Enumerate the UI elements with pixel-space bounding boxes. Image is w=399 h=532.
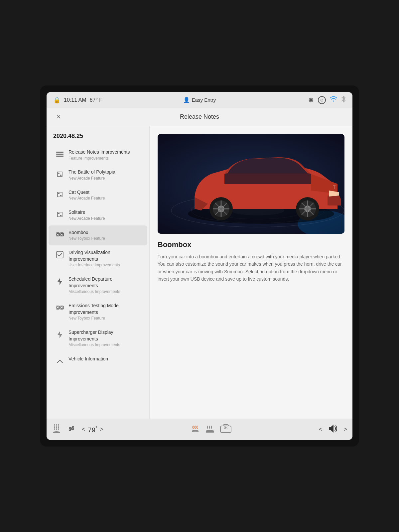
rear-seat-heat-icon[interactable] [205,423,214,436]
car-image: T [158,134,344,234]
sidebar-item-driving-viz[interactable]: Driving Visualization Improvements User … [49,245,147,272]
game-icon-1 [55,170,65,179]
bolt-icon-2 [55,330,65,339]
sidebar-item-title: Boombox [68,229,141,236]
sidebar-item-release-notes[interactable]: Release Notes Improvements Feature Impro… [49,145,147,165]
brightness-icon[interactable]: ✺ [308,96,314,104]
tesla-screen: 🔒 10:11 AM 67° F 👤 Easy Entry ✺ ⊙ [47,92,352,440]
bottom-bar: < 79° > [47,419,352,440]
car-svg: T [158,134,344,234]
main-content: 2020.48.25 Release Notes Improvements Fe… [47,126,352,419]
lock-icon: 🔒 [53,96,61,104]
sidebar-item-subtitle: Feature Improvements [68,156,141,161]
sidebar-item-text: Release Notes Improvements Feature Impro… [68,149,141,161]
status-bar: 🔒 10:11 AM 67° F 👤 Easy Entry ✺ ⊙ [47,92,352,108]
game-icon-2 [55,190,65,199]
svg-point-8 [60,215,62,216]
sidebar-item-subtitle: New Toybox Feature [68,236,141,241]
status-bar-left: 🔒 10:11 AM 67° F [53,96,148,104]
svg-text:T: T [333,185,336,190]
svg-point-5 [58,193,60,194]
sidebar-item-supercharger[interactable]: Supercharger Display Improvements Miscel… [49,325,147,352]
volume-icon[interactable] [328,424,338,435]
sidebar-item-scheduled-departure[interactable]: Scheduled Departure Improvements Miscell… [49,272,147,299]
sidebar-item-polytopia[interactable]: The Battle of Polytopia New Arcade Featu… [49,165,147,185]
sidebar-item-text: Driving Visualization Improvements User … [68,249,141,268]
next-button[interactable]: > [343,426,347,433]
sidebar-item-emissions[interactable]: Emissions Testing Mode Improvements New … [49,299,147,325]
sidebar-item-title: Scheduled Departure Improvements [68,276,141,289]
temp-degree: ° [95,425,97,431]
close-button[interactable]: × [53,112,64,122]
list-icon [55,150,65,159]
status-bar-right: ✺ ⊙ [251,95,346,104]
svg-point-11 [57,233,59,235]
sidebar-item-title: The Battle of Polytopia [68,169,141,176]
sidebar-item-subtitle: User Interface Improvements [68,262,141,268]
temp-control: < 79° > [82,425,103,434]
page-title: Release Notes [180,113,219,120]
passenger-heat-icon[interactable] [191,423,200,436]
volume-decrease-button[interactable]: < [319,426,323,433]
right-panel: T Boombox Turn your car into a boombox a… [150,126,352,419]
bottom-controls-center [191,423,232,436]
title-bar: × Release Notes [47,108,352,126]
feature-title: Boombox [158,240,344,249]
version-label: 2020.48.25 [47,133,149,145]
feature-description: Turn your car into a boombox and enterta… [158,253,344,283]
status-bar-center[interactable]: 👤 Easy Entry [152,97,247,103]
sidebar-item-title: Cat Quest [68,189,141,196]
bottom-controls-left: < 79° > [52,423,103,436]
sidebar-item-text: Boombox New Toybox Feature [68,229,141,241]
sidebar-item-title: Release Notes Improvements [68,149,141,156]
person-icon: 👤 [183,97,190,103]
sidebar-item-text: Emissions Testing Mode Improvements New … [68,303,141,321]
sidebar-item-text: The Battle of Polytopia New Arcade Featu… [68,169,141,181]
sidebar-item-title: Driving Visualization Improvements [68,249,141,262]
chevron-up-icon [55,356,65,366]
svg-point-3 [58,173,60,174]
sidebar-item-subtitle: Miscellaneous Improvements [68,289,141,295]
svg-rect-0 [56,152,64,153]
easy-entry-label: Easy Entry [192,97,216,103]
sidebar-item-title: Solitaire [68,209,141,216]
svg-point-12 [61,233,63,235]
bluetooth-icon[interactable] [341,95,346,104]
sidebar-item-boombox[interactable]: Boombox New Toybox Feature [49,225,147,245]
svg-point-16 [57,307,59,309]
sidebar-item-text: Solitaire New Arcade Feature [68,209,141,221]
sidebar-item-subtitle: Miscellaneous Improvements [68,342,141,348]
checkbox-icon [55,250,65,259]
sidebar-item-subtitle: New Arcade Feature [68,176,141,181]
svg-point-17 [61,307,63,309]
status-temp: 67° F [90,97,102,103]
svg-rect-2 [56,156,64,157]
sidebar-item-title: Vehicle Information [68,356,141,362]
svg-point-7 [58,213,60,214]
svg-point-6 [60,195,62,196]
sidebar-item-subtitle: New Toybox Feature [68,316,141,321]
sidebar-item-subtitle: New Arcade Feature [68,196,141,201]
toybox-icon-2 [55,303,65,313]
sidebar-item-text: Vehicle Information [68,356,141,362]
sidebar-item-cat-quest[interactable]: Cat Quest New Arcade Feature [49,185,147,205]
bottom-controls-right: < > [319,424,347,435]
fan-icon[interactable] [66,424,76,436]
sidebar-item-text: Supercharger Display Improvements Miscel… [68,329,141,348]
sidebar-item-solitaire[interactable]: Solitaire New Arcade Feature [49,205,147,225]
steering-heat-icon[interactable] [220,423,232,436]
game-icon-3 [55,210,65,219]
sidebar-item-title: Emissions Testing Mode Improvements [68,303,141,316]
sidebar: 2020.48.25 Release Notes Improvements Fe… [47,126,150,419]
wifi-icon[interactable] [330,96,337,104]
sidebar-item-vehicle-info[interactable]: Vehicle Information [49,352,147,370]
sidebar-item-text: Scheduled Departure Improvements Miscell… [68,276,141,295]
sidebar-item-subtitle: New Arcade Feature [68,216,141,221]
status-time: 10:11 AM [64,97,86,103]
svg-point-4 [60,175,62,176]
sidebar-item-text: Cat Quest New Arcade Feature [68,189,141,201]
temp-increase-button[interactable]: > [100,426,103,433]
temp-decrease-button[interactable]: < [82,426,85,433]
camera-icon[interactable]: ⊙ [318,96,326,104]
seat-heat-left-icon[interactable] [52,423,61,436]
